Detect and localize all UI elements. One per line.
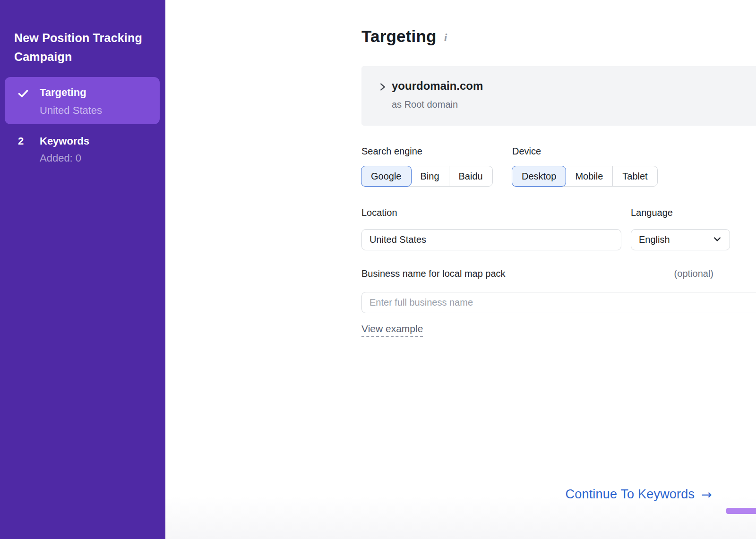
info-icon[interactable]: i bbox=[444, 31, 447, 44]
targeting-panel: Targeting i yourdomain.com as Root domai… bbox=[165, 0, 756, 539]
business-name-input[interactable] bbox=[361, 292, 756, 313]
step-number: 2 bbox=[18, 135, 24, 147]
sidebar-step-keywords[interactable]: 2 Keywords Added: 0 bbox=[5, 128, 160, 172]
sidebar-step-targeting[interactable]: Targeting United States bbox=[5, 77, 160, 124]
device-option-mobile[interactable]: Mobile bbox=[566, 166, 612, 186]
page-title-row: Targeting i bbox=[361, 27, 447, 46]
step-label-keywords: Keywords bbox=[40, 135, 89, 147]
device-label: Device bbox=[512, 146, 541, 157]
search-engine-segmented-control: Google Bing Baidu bbox=[361, 166, 493, 187]
device-segmented-control: Desktop Mobile Tablet bbox=[512, 166, 658, 187]
chevron-down-icon bbox=[713, 234, 722, 246]
step-label-targeting: Targeting bbox=[40, 86, 86, 99]
check-icon bbox=[17, 87, 29, 100]
view-example-link[interactable]: View example bbox=[361, 323, 423, 337]
business-name-label: Business name for local map pack bbox=[361, 268, 506, 279]
chevron-right-icon bbox=[377, 82, 387, 94]
step-sublabel-keywords: Added: 0 bbox=[40, 152, 81, 164]
highlight-underline bbox=[726, 508, 756, 514]
language-label: Language bbox=[631, 207, 673, 218]
domain-selector[interactable]: yourdomain.com as Root domain bbox=[361, 66, 756, 126]
step-sublabel-targeting: United States bbox=[40, 104, 102, 117]
continue-label: Continue To Keywords bbox=[566, 487, 695, 502]
page-title: Targeting bbox=[361, 27, 437, 46]
location-label: Location bbox=[361, 207, 397, 218]
language-value: English bbox=[639, 234, 670, 245]
search-engine-option-baidu[interactable]: Baidu bbox=[449, 166, 492, 186]
campaign-title: New Position Tracking Campaign bbox=[14, 28, 154, 66]
device-option-tablet[interactable]: Tablet bbox=[612, 166, 657, 186]
campaign-sidebar: New Position Tracking Campaign Targeting… bbox=[0, 0, 165, 539]
arrow-right-icon: → bbox=[701, 487, 712, 502]
location-input[interactable] bbox=[361, 229, 621, 250]
language-select[interactable]: English bbox=[631, 229, 730, 250]
search-engine-option-google[interactable]: Google bbox=[361, 166, 412, 187]
optional-hint: (optional) bbox=[674, 268, 713, 279]
continue-to-keywords-link[interactable]: Continue To Keywords → bbox=[566, 487, 713, 502]
domain-name: yourdomain.com bbox=[392, 79, 483, 93]
device-option-desktop[interactable]: Desktop bbox=[512, 166, 566, 187]
search-engine-option-bing[interactable]: Bing bbox=[411, 166, 449, 186]
domain-scope: as Root domain bbox=[392, 99, 458, 110]
search-engine-label: Search engine bbox=[361, 146, 422, 157]
